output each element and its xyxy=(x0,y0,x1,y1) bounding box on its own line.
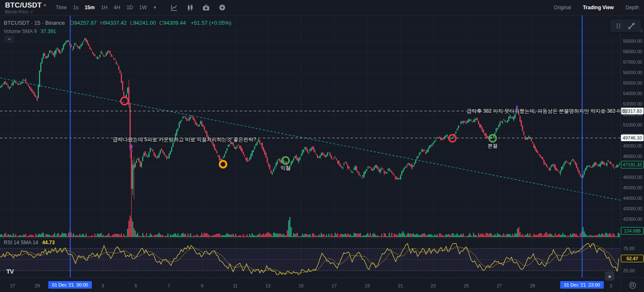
ohlc-key: O xyxy=(70,20,74,26)
time-label: Time xyxy=(56,5,67,10)
time-tick: 23 xyxy=(431,283,436,288)
rsi-tick: 75.00 xyxy=(623,246,635,251)
volume-value: 37.391 xyxy=(41,28,56,34)
time-tick: 27 xyxy=(10,283,15,288)
ohlc-key: C xyxy=(159,20,163,26)
ohlc-value: 94257.87 xyxy=(74,20,96,26)
price-tick: 44000.00 xyxy=(623,196,642,201)
price-label-47191.32: 47191.32 xyxy=(621,161,644,168)
ohlc-legend[interactable]: BTCUSDT · 15 · Binance O94257.87H94337.4… xyxy=(4,20,231,26)
price-tick: 55000.00 xyxy=(623,80,642,85)
time-tick: 9 xyxy=(201,283,203,288)
volume-legend[interactable]: Volume SMA 9 37.391 xyxy=(4,28,56,34)
series-title: BTCUSDT · 15 · Binance xyxy=(4,20,65,26)
annotation-note-2[interactable]: 급락후 382 아직 못타치했는데, 파동상은 분불명하지만 억지로 382-터… xyxy=(467,108,627,115)
interval-1H[interactable]: 1H xyxy=(101,5,107,10)
interval-1s[interactable]: 1s xyxy=(73,5,78,10)
price-tick: 59000.00 xyxy=(623,39,642,44)
time-tick: 11 xyxy=(233,283,237,288)
ohlc-key: H xyxy=(100,20,104,26)
price-tick: 48000.00 xyxy=(623,154,642,159)
ohlc-values: O94257.87H94337.42L94241.00C94309.44 xyxy=(66,20,186,26)
interval-15m[interactable]: 15m xyxy=(85,5,95,10)
price-tick: 46000.00 xyxy=(623,175,642,180)
ohlc-key: L xyxy=(130,20,133,26)
time-tick: 27 xyxy=(497,283,502,288)
interval-items: 1s15m1H4H1D1W xyxy=(73,5,147,10)
expand-panel-button[interactable]: » xyxy=(605,271,614,281)
indicators-chart-icon[interactable] xyxy=(171,4,178,11)
time-tick: 3 xyxy=(101,283,104,288)
time-tick: 7 xyxy=(168,283,170,288)
price-tick: 53000.00 xyxy=(623,101,642,106)
price-tick: 54000.00 xyxy=(623,91,642,96)
interval-dropdown-chevron-icon[interactable]: ▼ xyxy=(153,5,157,10)
price-tick: 42000.00 xyxy=(623,217,642,222)
price-label-124.088: 124.088 xyxy=(621,227,644,235)
view-tab-depth[interactable]: Depth xyxy=(626,5,639,10)
price-tick: 58000.00 xyxy=(623,49,642,54)
rsi-tick: 25.00 xyxy=(623,268,635,273)
chevron-down-icon: ▾ xyxy=(44,3,46,8)
tradingview-logo-text: TV xyxy=(6,268,13,275)
trendline-tool-icon[interactable] xyxy=(628,22,635,30)
view-tab-trading-view[interactable]: Trading View xyxy=(583,5,614,10)
time-tick: 5 xyxy=(135,283,137,288)
marker-label: 본절 xyxy=(488,142,498,150)
legend-collapse-button[interactable] xyxy=(5,36,14,42)
chevron-up-icon xyxy=(8,38,11,40)
time-tick: 13 xyxy=(265,283,270,288)
time-tick: 3 xyxy=(610,283,612,288)
view-tab-original[interactable]: Original xyxy=(554,5,571,10)
price-tick: 57000.00 xyxy=(623,59,642,65)
trading-chart-app: BTC/USDT▾ Bitcoin Price ↗ Time 1s15m1H4H… xyxy=(0,0,644,292)
time-tick: 17 xyxy=(332,283,337,288)
view-tabs: OriginalTrading ViewDepth xyxy=(554,0,639,15)
session-time-label: 31 Dec '21 23:00 xyxy=(560,281,604,289)
time-tick: 21 xyxy=(398,283,403,288)
session-time-label: 01 Dec '21 00:00 xyxy=(48,281,92,289)
rsi-value: 44.73 xyxy=(42,240,55,245)
symbol-subtitle: Bitcoin Price xyxy=(5,10,29,14)
price-change: +51.57 (+0.05%) xyxy=(191,20,231,26)
marker-label: 익절 xyxy=(280,165,291,172)
annotation-note-1[interactable]: 급락나왔는데 5파로 카운팅하고 바로 익절처리하는것 좋은전략? xyxy=(113,136,256,143)
time-tick: 15 xyxy=(299,283,304,288)
candlestick-style-icon[interactable] xyxy=(187,4,193,11)
tradingview-logo[interactable]: TV xyxy=(6,268,13,275)
ohlc-value: 94309.44 xyxy=(163,20,186,26)
price-scale-quick-toolbar xyxy=(610,19,641,32)
time-tick: 19 xyxy=(365,283,370,288)
drag-handle-dots-icon[interactable] xyxy=(616,23,621,29)
interval-4H[interactable]: 4H xyxy=(114,5,120,10)
time-tick: 25 xyxy=(464,283,469,288)
interval-bar: Time 1s15m1H4H1D1W ▼ xyxy=(56,0,226,15)
volume-label: Volume SMA 9 xyxy=(4,28,37,34)
add-alert-plus-icon[interactable] xyxy=(219,4,226,11)
time-tick: 29 xyxy=(530,283,535,288)
rsi-label: RSI 14 SMA 14 xyxy=(4,240,38,245)
symbol-title: BTC/USDT xyxy=(5,1,42,9)
external-link-icon: ↗ xyxy=(29,10,33,14)
price-tick: 56000.00 xyxy=(623,70,642,75)
top-toolbar: BTC/USDT▾ Bitcoin Price ↗ Time 1s15m1H4H… xyxy=(0,0,644,16)
symbol-subtitle-link[interactable]: Bitcoin Price ↗ xyxy=(5,10,33,14)
interval-1D[interactable]: 1D xyxy=(127,5,133,10)
price-label-52.47: 52.47 xyxy=(621,255,644,262)
ohlc-value: 94337.42 xyxy=(104,20,127,26)
symbol-selector[interactable]: BTC/USDT▾ xyxy=(5,1,46,10)
price-tick: 43000.00 xyxy=(623,206,642,211)
toolbar-icons xyxy=(171,4,226,11)
ohlc-value: 94241.00 xyxy=(133,20,156,26)
rsi-legend[interactable]: RSI 14 SMA 14 44.73 xyxy=(4,240,55,245)
price-tick: 51000.00 xyxy=(623,122,642,127)
timezone-settings-gear-icon[interactable] xyxy=(629,282,636,290)
time-tick: 29 xyxy=(35,283,40,288)
chart-canvas[interactable] xyxy=(0,0,644,292)
double-chevron-right-icon: » xyxy=(608,273,611,279)
price-tick: 49000.00 xyxy=(623,143,642,148)
price-tick: 45000.00 xyxy=(623,185,642,190)
interval-1W[interactable]: 1W xyxy=(139,5,147,10)
camera-screenshot-icon[interactable] xyxy=(203,5,210,11)
price-label-49746.10: 49746.10 xyxy=(621,134,644,141)
